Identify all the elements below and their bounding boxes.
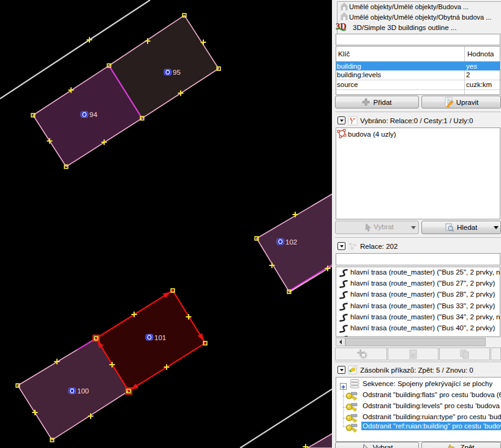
svg-text:101: 101 <box>154 334 166 341</box>
svg-text:100: 100 <box>77 387 89 395</box>
svg-text:102: 102 <box>285 238 297 246</box>
svg-text:95: 95 <box>173 69 181 76</box>
svg-text:94: 94 <box>89 111 97 118</box>
